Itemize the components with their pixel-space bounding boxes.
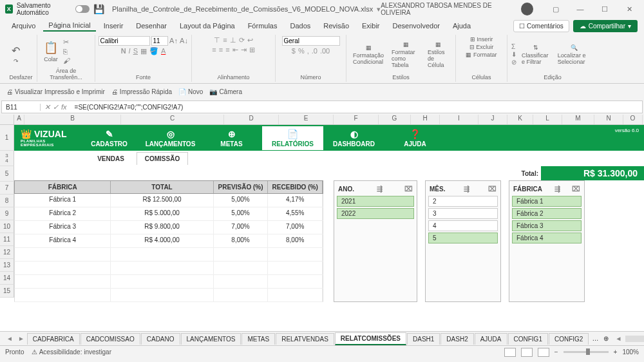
clear-icon[interactable]: ⊘ — [511, 59, 516, 66]
indent-inc-icon[interactable]: ⇥ — [241, 46, 247, 54]
autosum-icon[interactable]: Σ — [511, 43, 516, 50]
table-row[interactable]: Fábrica 3R$ 9.800,007,00%7,00% — [14, 221, 323, 234]
font-select[interactable] — [99, 36, 150, 46]
fill-icon[interactable]: ⬇ — [511, 51, 516, 58]
sheet-tab[interactable]: CADANO — [141, 333, 180, 345]
slicer-item[interactable]: 2022 — [337, 208, 414, 219]
fill-color-icon[interactable]: 🪣 — [149, 47, 158, 55]
cond-format-button[interactable]: ▦Formatação Condicional — [350, 43, 386, 66]
table-row[interactable]: Fábrica 2R$ 5.000,005,00%4,55% — [14, 207, 323, 221]
formula-input[interactable]: =SE(CONFIG2!A7=0;"";CONFIG2!A7) — [71, 104, 642, 111]
nav-relatorios[interactable]: 📄RELATÓRIOS — [262, 126, 323, 150]
sheet-tab[interactable]: CADFABRICA — [27, 333, 80, 345]
zoom-slider[interactable] — [564, 351, 609, 353]
sheet-tab[interactable]: CONFIG2 — [549, 333, 589, 345]
menu-desenhar[interactable]: Desenhar — [131, 21, 172, 31]
menu-desenvolvedor[interactable]: Desenvolvedor — [388, 21, 445, 31]
view-break-icon[interactable] — [538, 348, 549, 357]
slicer-item[interactable]: Fábrica 3 — [512, 220, 582, 231]
col-H[interactable]: H — [411, 115, 440, 124]
align-center-icon[interactable]: ≡ — [219, 46, 223, 54]
font-color-icon[interactable]: A — [161, 47, 166, 55]
indent-dec-icon[interactable]: ⇤ — [232, 46, 238, 54]
slicer-item[interactable]: 2021 — [337, 196, 414, 207]
nav-metas[interactable]: ⊕METAS — [201, 126, 262, 150]
name-box[interactable]: B11 — [2, 104, 41, 111]
underline-icon[interactable]: S — [133, 47, 138, 55]
italic-icon[interactable]: I — [129, 47, 131, 55]
minimize-icon[interactable]: — — [571, 3, 590, 15]
col-N[interactable]: N — [594, 115, 623, 124]
fx-icon[interactable]: fx — [61, 103, 67, 111]
sheet-tab[interactable]: METAS — [242, 333, 275, 345]
sheet-tab[interactable]: CADCOMISSAO — [80, 333, 140, 345]
menu-dados[interactable]: Dados — [285, 21, 316, 31]
view-normal-icon[interactable] — [504, 348, 516, 357]
col-C[interactable]: C — [121, 115, 224, 124]
align-top-icon[interactable]: ⊤ — [214, 36, 220, 44]
slicer-clear-icon[interactable]: ⌧ — [572, 185, 580, 193]
zoom-value[interactable]: 100% — [622, 348, 639, 356]
menu-formulas[interactable]: Fórmulas — [243, 21, 283, 31]
avatar[interactable] — [521, 3, 533, 15]
align-mid-icon[interactable]: ≡ — [223, 36, 227, 44]
border-icon[interactable]: ▦ — [140, 47, 147, 55]
font-shrink-icon[interactable]: A↓ — [180, 36, 189, 45]
col-B[interactable]: B — [24, 115, 121, 124]
menu-exibir[interactable]: Exibir — [357, 21, 385, 31]
col-M[interactable]: M — [562, 115, 594, 124]
table-row[interactable] — [14, 248, 323, 262]
col-F[interactable]: F — [334, 115, 379, 124]
status-accessibility[interactable]: ⚠ Acessibilidade: investigar — [32, 348, 111, 356]
table-row[interactable] — [14, 275, 323, 289]
slicer-item[interactable]: 5 — [428, 233, 498, 243]
enter-formula-icon[interactable]: ✓ — [53, 103, 59, 111]
find-select-button[interactable]: 🔍Localizar e Selecionar — [555, 43, 594, 66]
col-I[interactable]: I — [440, 115, 478, 124]
col-E[interactable]: E — [279, 115, 334, 124]
slicer-multi-icon[interactable]: ⇶ — [554, 185, 560, 193]
nav-ajuda[interactable]: ❓AJUDA — [384, 126, 446, 150]
font-size[interactable] — [151, 36, 168, 46]
zoom-in-icon[interactable]: + — [614, 348, 618, 356]
col-D[interactable]: D — [224, 115, 279, 124]
align-bot-icon[interactable]: ⊥ — [230, 36, 236, 44]
maximize-icon[interactable]: ☐ — [595, 3, 614, 15]
comments-button[interactable]: ☐ Comentários — [513, 20, 569, 32]
slicer-clear-icon[interactable]: ⌧ — [404, 185, 413, 193]
sheet-tab[interactable]: DASH1 — [407, 333, 440, 345]
merge-icon[interactable]: ⊞ — [249, 46, 255, 54]
slicer-clear-icon[interactable]: ⌧ — [488, 185, 497, 193]
ribbon-options-icon[interactable]: ▢ — [546, 3, 565, 15]
format-painter-icon[interactable]: 🖌 — [63, 57, 70, 64]
bold-icon[interactable]: N — [121, 47, 126, 55]
sheet-tab[interactable]: LANÇAMENTOS — [181, 333, 242, 345]
table-row[interactable] — [14, 289, 323, 302]
insert-cells-button[interactable]: ⊞ Inserir — [470, 36, 493, 43]
slicer-multi-icon[interactable]: ⇶ — [464, 185, 469, 193]
quick-print-button[interactable]: 🖨 Impressão Rápida — [111, 88, 172, 95]
table-row[interactable] — [14, 262, 323, 275]
hscroll[interactable] — [625, 336, 644, 342]
slicer-item[interactable]: Fábrica 2 — [512, 208, 582, 219]
slicer-item[interactable]: Fábrica 1 — [512, 196, 582, 207]
font-grow-icon[interactable]: A↑ — [169, 36, 178, 45]
view-layout-icon[interactable] — [521, 348, 533, 357]
format-table-button[interactable]: ▦Formatar como Tabela — [389, 40, 422, 70]
col-G[interactable]: G — [379, 115, 411, 124]
col-L[interactable]: L — [533, 115, 562, 124]
currency-icon[interactable]: $ — [292, 47, 296, 55]
table-row[interactable]: Fábrica 4R$ 4.000,008,00%8,00% — [14, 234, 323, 248]
nav-lancamentos[interactable]: ◎LANÇAMENTOS — [140, 126, 201, 150]
align-right-icon[interactable]: ≡ — [225, 46, 229, 54]
tab-nav-next-icon[interactable]: ► — [15, 335, 27, 342]
table-row[interactable]: Fábrica 1R$ 12.500,005,00%4,17% — [14, 194, 323, 207]
format-cells-button[interactable]: ▦ Formatar — [466, 52, 497, 58]
sheet-tab[interactable]: CONFIG1 — [508, 333, 548, 345]
print-preview-button[interactable]: 🖨 Visualizar Impressão e Imprimir — [6, 88, 105, 95]
col-O[interactable]: O — [623, 115, 643, 124]
delete-cells-button[interactable]: ⊟ Excluir — [469, 44, 494, 50]
new-sheet-icon[interactable]: ⊕ — [601, 335, 611, 342]
percent-icon[interactable]: % — [298, 47, 305, 55]
slicer-item[interactable]: 4 — [428, 220, 498, 231]
